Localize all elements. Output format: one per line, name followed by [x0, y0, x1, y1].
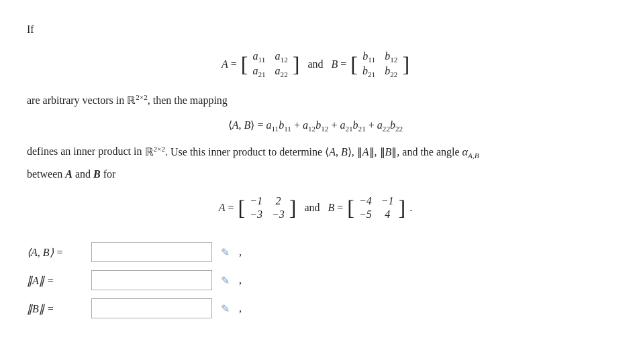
- cell-a12: a12: [275, 50, 288, 64]
- cell-b11: b11: [362, 50, 375, 64]
- cell-a12-spec: 2: [272, 195, 285, 207]
- specific-matrices-block: A = [ −1 2 −3 −3 ] and B = [ −4 −1 −5: [27, 192, 604, 223]
- cell-a11-spec: −1: [250, 195, 262, 207]
- cell-a22: a22: [275, 65, 288, 78]
- arbitrary-vectors-line: are arbitrary vectors in ℝ2×2, then the …: [27, 91, 604, 110]
- cell-b11-spec: −4: [359, 195, 372, 207]
- norm-B-input[interactable]: [91, 298, 212, 318]
- left-bracket-B-spec: [: [347, 192, 354, 223]
- cell-b22: b22: [385, 65, 397, 78]
- cell-b12-spec: −1: [381, 195, 394, 207]
- right-bracket-A-spec: ]: [289, 192, 297, 223]
- B-eq-label: B =: [332, 58, 347, 70]
- if-line: If: [27, 20, 604, 38]
- norm-A-label: ‖A‖ =: [27, 274, 87, 287]
- norm-B-row: ‖B‖ = ✎ ,: [27, 298, 604, 318]
- inner-product-input-label: ⟨A, B⟩ =: [27, 246, 87, 259]
- matrix-B-general: [ b11 b12 b21 b22 ]: [350, 48, 409, 81]
- defines-text: defines an inner product in: [27, 146, 145, 158]
- A-eq-specific: A =: [219, 202, 234, 214]
- and-label-specific: and: [304, 202, 320, 214]
- cell-a21: a21: [252, 65, 265, 78]
- period: .: [409, 202, 412, 214]
- matrix-A-general: [ a11 a12 a21 a22 ]: [241, 48, 300, 81]
- right-bracket-B-spec: ]: [399, 192, 406, 223]
- matrix-A-specific-cells: −1 2 −3 −3: [247, 192, 287, 223]
- matrix-B-specific: [ −4 −1 −5 4 ]: [347, 192, 405, 223]
- cell-a22-spec: −3: [272, 208, 285, 221]
- then-mapping: , then the mapping: [148, 95, 228, 106]
- if-label: If: [27, 23, 34, 35]
- left-bracket-B-gen: [: [350, 48, 358, 81]
- and-label-general: and: [307, 58, 323, 70]
- r2x2-symbol: ℝ2×2: [127, 95, 148, 106]
- comma-3: ,: [239, 302, 242, 314]
- general-matrices-block: A = [ a11 a12 a21 a22 ] and B = [ b11 b1: [27, 48, 604, 81]
- matrix-A-cells: a11 a12 a21 a22: [250, 48, 290, 81]
- cell-a11: a11: [252, 50, 265, 64]
- inner-product-formula-block: ⟨A, B⟩ = a11b11 + a12b12 + a21b21 + a22b…: [27, 119, 604, 133]
- cell-a21-spec: −3: [250, 208, 262, 221]
- right-bracket-A: ]: [293, 48, 300, 81]
- between-text: between A and B for: [27, 168, 115, 180]
- matrix-B-specific-cells: −4 −1 −5 4: [356, 192, 397, 223]
- arbitrary-text: are arbitrary vectors in: [27, 95, 127, 106]
- norm-A-row: ‖A‖ = ✎ ,: [27, 270, 604, 290]
- pencil-icon-norm-A[interactable]: ✎: [216, 271, 234, 289]
- general-matrix-expr: A = [ a11 a12 a21 a22 ] and B = [ b11 b1: [222, 48, 409, 81]
- matrix-A-specific: [ −1 2 −3 −3 ]: [238, 192, 297, 223]
- right-bracket-B-gen: ]: [402, 48, 409, 81]
- norm-B-label: ‖B‖ =: [27, 302, 87, 315]
- norm-A-input[interactable]: [91, 270, 212, 290]
- left-bracket-A: [: [241, 48, 248, 81]
- cell-b21: b21: [362, 65, 375, 78]
- r2x2-symbol-2: ℝ2×2: [145, 146, 166, 158]
- defines-line: defines an inner product in ℝ2×2. Use th…: [27, 142, 604, 162]
- cell-b12: b12: [385, 50, 397, 64]
- inner-product-row: ⟨A, B⟩ = ✎ ,: [27, 242, 604, 262]
- input-section: ⟨A, B⟩ = ✎ , ‖A‖ = ✎ , ‖B‖ = ✎ ,: [27, 242, 604, 318]
- comma-1: ,: [239, 246, 242, 258]
- specific-matrix-expr: A = [ −1 2 −3 −3 ] and B = [ −4 −1 −5: [219, 192, 413, 223]
- inner-product-input[interactable]: [91, 242, 212, 262]
- page-content: If A = [ a11 a12 a21 a22 ] and B = [: [27, 20, 604, 318]
- pencil-icon-norm-B[interactable]: ✎: [216, 300, 234, 317]
- cell-b22-spec: 4: [381, 208, 394, 221]
- matrix-B-cells: b11 b12 b21 b22: [360, 48, 400, 81]
- between-line: between A and B for: [27, 165, 604, 183]
- B-eq-specific: B =: [328, 202, 344, 214]
- use-text: . Use this inner product to determine ⟨A…: [165, 146, 479, 158]
- A-eq-label: A =: [222, 58, 237, 70]
- pencil-icon-inner-product[interactable]: ✎: [216, 243, 234, 261]
- inner-product-formula: ⟨A, B⟩ = a11b11 + a12b12 + a21b21 + a22b…: [228, 119, 403, 131]
- cell-b21-spec: −5: [359, 208, 372, 221]
- left-bracket-A-spec: [: [238, 192, 246, 223]
- comma-2: ,: [239, 274, 242, 286]
